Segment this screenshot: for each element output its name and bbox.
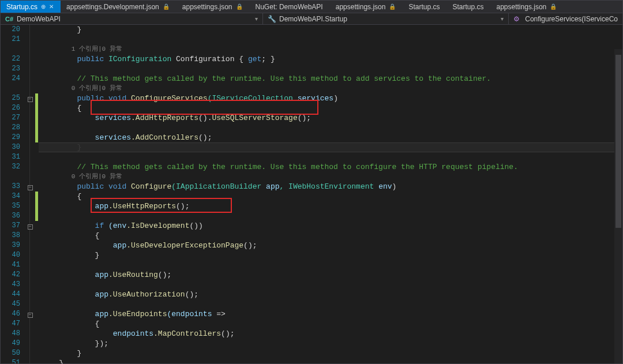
breadcrumb-class[interactable]: 🔧 DemoWebAPI.Startup ▾ bbox=[263, 13, 509, 24]
line-number: 49 bbox=[1, 339, 20, 348]
chevron-down-icon: ▾ bbox=[255, 16, 258, 22]
line-number: 40 bbox=[1, 250, 20, 260]
file-tabs: Startup.cs ⊕ ✕ appsettings.Development.j… bbox=[1, 1, 622, 13]
fold-cell[interactable]: − bbox=[25, 182, 35, 192]
change-mark bbox=[35, 93, 38, 142]
csharp-project-icon: C# bbox=[5, 15, 13, 23]
line-number bbox=[1, 172, 20, 182]
fold-cell[interactable] bbox=[25, 348, 35, 358]
fold-cell[interactable] bbox=[25, 192, 35, 201]
pin-icon[interactable]: ⊕ bbox=[41, 3, 46, 10]
fold-cell[interactable]: − bbox=[25, 309, 35, 319]
line-number: 44 bbox=[1, 290, 20, 299]
breadcrumb-project-label: DemoWebAPI bbox=[17, 15, 61, 23]
code-body[interactable]: } 1 个引用|0 异常 public IConfiguration Confi… bbox=[39, 25, 622, 364]
fold-cell[interactable] bbox=[25, 299, 35, 309]
tab-appsettings-1[interactable]: appsettings.json 🔒 bbox=[177, 1, 250, 13]
fold-toggle-icon[interactable]: − bbox=[28, 97, 33, 102]
line-number: 50 bbox=[1, 348, 20, 358]
tab-label: appsettings.json bbox=[497, 3, 547, 11]
fold-cell[interactable] bbox=[25, 201, 35, 211]
line-number: 34 bbox=[1, 192, 20, 201]
line-number: 25 bbox=[1, 93, 20, 103]
fold-gutter[interactable]: −−−− bbox=[25, 25, 35, 364]
fold-cell[interactable] bbox=[25, 103, 35, 113]
fold-cell[interactable] bbox=[25, 260, 35, 270]
line-number: 26 bbox=[1, 103, 20, 113]
fold-cell[interactable]: − bbox=[25, 93, 35, 103]
fold-cell[interactable] bbox=[25, 329, 35, 339]
line-number: 36 bbox=[1, 211, 20, 221]
line-number: 42 bbox=[1, 270, 20, 280]
breadcrumb: C# DemoWebAPI ▾ 🔧 DemoWebAPI.Startup ▾ ⚙… bbox=[1, 13, 622, 25]
fold-toggle-icon[interactable]: − bbox=[28, 224, 33, 230]
line-number: 43 bbox=[1, 280, 20, 290]
fold-cell[interactable] bbox=[25, 123, 35, 133]
tab-appsettings-dev[interactable]: appsettings.Development.json 🔒 bbox=[61, 1, 177, 13]
scroll-thumb[interactable] bbox=[616, 55, 621, 228]
vertical-scrollbar[interactable] bbox=[614, 49, 622, 364]
fold-cell[interactable] bbox=[25, 25, 35, 35]
line-number: 30 bbox=[1, 142, 20, 152]
fold-cell[interactable] bbox=[25, 241, 35, 250]
line-number: 46 bbox=[1, 309, 20, 319]
code-editor[interactable]: 2021222324252627282930313233343536373839… bbox=[1, 25, 622, 364]
lock-icon: 🔒 bbox=[550, 3, 557, 10]
breadcrumb-member[interactable]: ⚙ ConfigureServices(IServiceCo bbox=[509, 13, 622, 24]
fold-cell[interactable] bbox=[25, 54, 35, 64]
fold-cell[interactable] bbox=[25, 44, 35, 54]
fold-cell[interactable] bbox=[25, 358, 35, 364]
line-number bbox=[1, 84, 20, 93]
line-number: 38 bbox=[1, 231, 20, 241]
line-number: 37 bbox=[1, 221, 20, 231]
lock-icon: 🔒 bbox=[389, 3, 396, 10]
method-icon: ⚙ bbox=[513, 15, 521, 23]
tab-startup-2[interactable]: Startup.cs bbox=[403, 1, 446, 13]
close-icon[interactable]: ✕ bbox=[49, 3, 54, 10]
tab-label: Startup.cs bbox=[408, 3, 440, 11]
line-number: 45 bbox=[1, 299, 20, 309]
tab-label: Startup.cs bbox=[6, 3, 37, 11]
fold-cell[interactable] bbox=[25, 290, 35, 299]
tab-appsettings-2[interactable]: appsettings.json 🔒 bbox=[330, 1, 403, 13]
line-number: 33 bbox=[1, 182, 20, 192]
tab-label: NuGet: DemoWebAPI bbox=[256, 3, 323, 11]
fold-cell[interactable] bbox=[25, 162, 35, 172]
change-mark bbox=[35, 192, 38, 221]
fold-cell[interactable] bbox=[25, 211, 35, 221]
line-number: 48 bbox=[1, 329, 20, 339]
fold-cell[interactable] bbox=[25, 270, 35, 280]
tab-nuget[interactable]: NuGet: DemoWebAPI bbox=[250, 1, 330, 13]
line-number: 29 bbox=[1, 133, 20, 142]
line-number: 32 bbox=[1, 162, 20, 172]
tab-label: appsettings.json bbox=[182, 3, 232, 11]
fold-cell[interactable] bbox=[25, 64, 35, 74]
line-number: 35 bbox=[1, 201, 20, 211]
fold-toggle-icon[interactable]: − bbox=[28, 313, 33, 318]
fold-cell[interactable] bbox=[25, 250, 35, 260]
fold-cell[interactable] bbox=[25, 172, 35, 182]
fold-cell[interactable] bbox=[25, 339, 35, 348]
tab-startup-cs[interactable]: Startup.cs ⊕ ✕ bbox=[1, 1, 61, 13]
line-number: 28 bbox=[1, 123, 20, 133]
fold-cell[interactable] bbox=[25, 84, 35, 93]
fold-cell[interactable] bbox=[25, 113, 35, 123]
tab-appsettings-3[interactable]: appsettings.json 🔒 bbox=[491, 1, 564, 13]
line-number: 39 bbox=[1, 241, 20, 250]
tab-label: appsettings.json bbox=[336, 3, 386, 11]
fold-cell[interactable] bbox=[25, 133, 35, 142]
line-number: 22 bbox=[1, 54, 20, 64]
fold-cell[interactable] bbox=[25, 319, 35, 329]
tab-startup-3[interactable]: Startup.cs bbox=[446, 1, 490, 13]
breadcrumb-project[interactable]: C# DemoWebAPI ▾ bbox=[1, 13, 263, 24]
fold-cell[interactable] bbox=[25, 152, 35, 162]
line-number: 47 bbox=[1, 319, 20, 329]
line-number: 51 bbox=[1, 358, 20, 364]
fold-cell[interactable] bbox=[25, 231, 35, 241]
fold-cell[interactable]: − bbox=[25, 221, 35, 231]
fold-cell[interactable] bbox=[25, 35, 35, 44]
fold-cell[interactable] bbox=[25, 142, 35, 152]
fold-cell[interactable] bbox=[25, 74, 35, 84]
fold-toggle-icon[interactable]: − bbox=[28, 185, 33, 190]
fold-cell[interactable] bbox=[25, 280, 35, 290]
